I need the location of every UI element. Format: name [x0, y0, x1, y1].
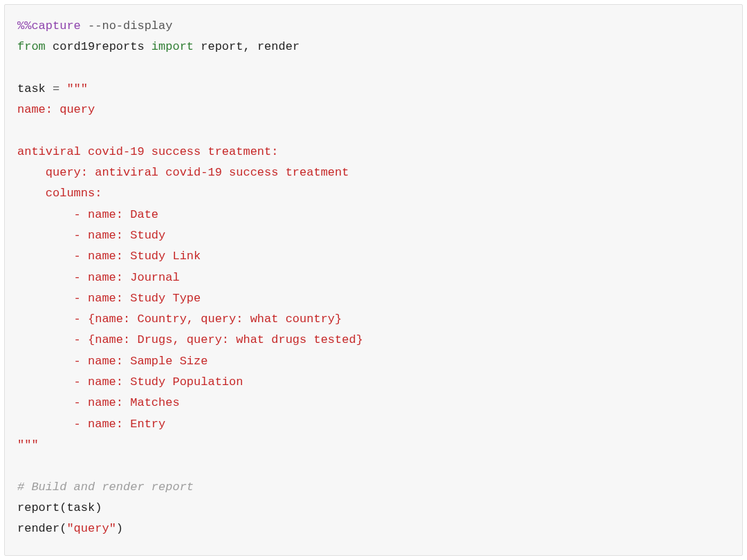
string-line: - name: Study Population — [17, 375, 243, 389]
call-render-pre: render( — [17, 522, 66, 535]
string-line: - name: Matches — [17, 396, 180, 409]
string-line: name: query — [17, 103, 95, 116]
string-line: - name: Date — [17, 208, 158, 221]
keyword-from: from — [17, 40, 46, 53]
string-line: antiviral covid-19 success treatment: — [17, 145, 278, 158]
module-name: cord19reports — [46, 40, 151, 53]
string-close: """ — [17, 438, 39, 451]
string-open: """ — [59, 82, 88, 95]
assign-op: = — [53, 82, 59, 95]
call-render-arg: "query" — [66, 522, 116, 535]
magic-arg: --no-display — [81, 19, 173, 32]
string-line: - name: Journal — [17, 271, 180, 284]
assign-lhs: task — [17, 82, 53, 95]
string-line: - name: Sample Size — [17, 355, 208, 368]
string-line: - name: Study Link — [17, 250, 201, 263]
string-line: - {name: Country, query: what country} — [17, 312, 342, 326]
string-line: - name: Entry — [17, 418, 165, 431]
keyword-import: import — [151, 40, 194, 53]
import-names: report, render — [194, 40, 299, 53]
magic-command: %%capture — [17, 19, 81, 32]
string-line: columns: — [17, 187, 102, 200]
call-render-post: ) — [116, 522, 123, 535]
string-line: - name: Study Type — [17, 292, 201, 305]
string-line: - {name: Drugs, query: what drugs tested… — [17, 333, 363, 346]
string-line: query: antiviral covid-19 success treatm… — [17, 166, 349, 179]
code-cell[interactable]: %%capture --no-display from cord19report… — [4, 4, 743, 556]
call-report: report(task) — [17, 501, 102, 514]
string-line: - name: Study — [17, 229, 165, 242]
comment: # Build and render report — [17, 480, 194, 494]
